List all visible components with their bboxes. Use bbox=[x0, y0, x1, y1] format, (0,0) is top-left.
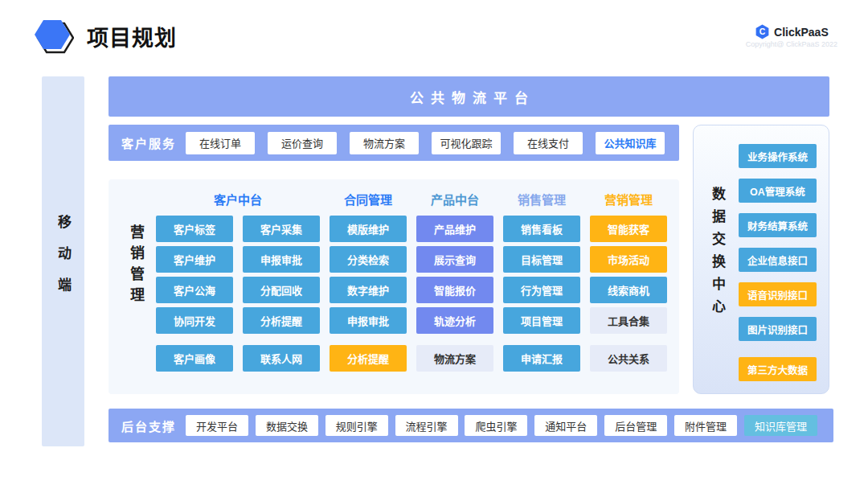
grid-module-button[interactable]: 行为管理 bbox=[503, 277, 580, 303]
grid-module-button[interactable]: 客户标签 bbox=[156, 216, 233, 242]
grid-module-button[interactable]: 工具合集 bbox=[590, 307, 667, 334]
support-button[interactable]: 爬虫引擎 bbox=[465, 415, 527, 436]
customer-service-label: 客户服务 bbox=[121, 134, 176, 151]
marketing-panel: 营销管理 客户中台合同管理产品中台销售管理营销管理 客户标签客户采集模版维护产品… bbox=[108, 179, 679, 394]
title-hexagon-icon bbox=[34, 18, 74, 55]
backend-support-buttons: 开发平台数据交换规则引擎流程引擎爬虫引擎通知平台后台管理附件管理知识库管理 bbox=[186, 415, 817, 436]
column-headers: 客户中台合同管理产品中台销售管理营销管理 bbox=[156, 187, 667, 210]
grid-module-button[interactable]: 客户采集 bbox=[243, 216, 320, 242]
column-header: 销售管理 bbox=[503, 191, 580, 208]
platform-banner: 公共物流平台 bbox=[108, 76, 829, 117]
grid-module-button[interactable]: 市场活动 bbox=[590, 246, 667, 273]
grid-module-button[interactable]: 产品维护 bbox=[416, 216, 493, 242]
column-header: 合同管理 bbox=[330, 191, 407, 208]
backend-support-bar: 后台支撑 开发平台数据交换规则引擎流程引擎爬虫引擎通知平台后台管理附件管理知识库… bbox=[108, 409, 833, 442]
grid-module-button[interactable]: 项目管理 bbox=[503, 307, 580, 334]
grid-module-button[interactable]: 分析提醒 bbox=[243, 307, 320, 334]
grid-module-button[interactable]: 展示查询 bbox=[416, 246, 493, 273]
grid-module-button[interactable]: 申报审批 bbox=[330, 307, 407, 334]
service-button[interactable]: 运价查询 bbox=[268, 132, 337, 154]
page-title: 项目规划 bbox=[87, 21, 177, 52]
grid-module-button[interactable]: 分配回收 bbox=[243, 277, 320, 303]
integration-button[interactable]: 第三方大数据 bbox=[739, 357, 817, 381]
grid-module-button[interactable]: 公共关系 bbox=[590, 345, 667, 372]
integration-button[interactable]: 图片识别接口 bbox=[739, 317, 817, 341]
grid-module-button[interactable]: 客户维护 bbox=[156, 246, 233, 273]
grid-module-button[interactable]: 申请汇报 bbox=[503, 345, 580, 372]
integration-button[interactable]: 财务结算系统 bbox=[739, 213, 817, 237]
grid-module-button[interactable]: 物流方案 bbox=[416, 345, 493, 372]
grid-module-button[interactable]: 销售看板 bbox=[503, 216, 580, 242]
support-button[interactable]: 附件管理 bbox=[674, 415, 737, 436]
support-button[interactable]: 数据交换 bbox=[256, 415, 318, 436]
grid-module-button[interactable]: 分析提醒 bbox=[330, 345, 407, 372]
brand-name: ClickPaaS bbox=[774, 26, 829, 39]
module-grid-zone: 客户中台合同管理产品中台销售管理营销管理 客户标签客户采集模版维护产品维护销售看… bbox=[156, 187, 667, 372]
support-button[interactable]: 后台管理 bbox=[604, 415, 667, 436]
service-button[interactable]: 公共知识库 bbox=[596, 132, 665, 154]
grid-module-button[interactable]: 数字维护 bbox=[330, 277, 407, 303]
brand-block: C ClickPaaS Copyright@ ClickPaaS 2022 bbox=[746, 24, 837, 48]
grid-module-button[interactable]: 线索商机 bbox=[590, 277, 667, 303]
column-header: 产品中台 bbox=[416, 191, 493, 208]
grid-module-button[interactable]: 申报审批 bbox=[243, 246, 320, 273]
mobile-side-bar-label: 移动端 bbox=[53, 215, 73, 309]
column-header: 营销管理 bbox=[590, 191, 667, 208]
support-button[interactable]: 通知平台 bbox=[534, 415, 597, 436]
support-button[interactable]: 规则引擎 bbox=[326, 415, 388, 436]
brand-logo-icon: C bbox=[755, 24, 770, 39]
integration-button[interactable]: OA管理系统 bbox=[739, 179, 817, 203]
mobile-side-bar: 移动端 bbox=[42, 76, 84, 446]
service-button[interactable]: 在线支付 bbox=[514, 132, 583, 154]
grid-module-button[interactable]: 模版维护 bbox=[330, 216, 407, 242]
grid-module-button[interactable]: 客户公海 bbox=[156, 277, 233, 303]
grid-module-button[interactable]: 分类检索 bbox=[330, 246, 407, 273]
grid-module-button[interactable]: 智能获客 bbox=[590, 216, 667, 242]
grid-module-button[interactable]: 智能报价 bbox=[416, 277, 493, 303]
grid-module-button[interactable]: 联系人网 bbox=[243, 345, 320, 372]
column-header: 客户中台 bbox=[156, 191, 320, 208]
marketing-panel-label: 营销管理 bbox=[125, 224, 146, 308]
grid-module-button[interactable]: 轨迹分析 bbox=[416, 307, 493, 334]
svg-text:C: C bbox=[760, 27, 766, 36]
support-button[interactable]: 开发平台 bbox=[186, 415, 248, 436]
grid-module-button[interactable]: 客户画像 bbox=[156, 345, 233, 372]
data-exchange-label: 数据交换中心 bbox=[707, 187, 727, 322]
service-button[interactable]: 物流方案 bbox=[350, 132, 419, 154]
grid-module-button[interactable]: 协同开发 bbox=[156, 307, 233, 334]
support-button[interactable]: 流程引擎 bbox=[395, 415, 458, 436]
customer-service-bar: 客户服务 在线订单运价查询物流方案可视化跟踪在线支付公共知识库 bbox=[108, 125, 679, 161]
brand-copyright: Copyright@ ClickPaaS 2022 bbox=[746, 40, 837, 48]
integration-button[interactable]: 业务操作系统 bbox=[739, 144, 817, 168]
integration-button[interactable]: 企业信息接口 bbox=[739, 248, 817, 272]
data-exchange-panel: 数据交换中心 业务操作系统OA管理系统财务结算系统企业信息接口语音识别接口图片识… bbox=[693, 125, 829, 394]
service-button[interactable]: 可视化跟踪 bbox=[432, 132, 501, 154]
data-exchange-buttons: 业务操作系统OA管理系统财务结算系统企业信息接口语音识别接口图片识别接口第三方大… bbox=[739, 144, 817, 381]
app-header: 项目规划 bbox=[34, 18, 177, 55]
backend-support-label: 后台支撑 bbox=[121, 417, 176, 434]
module-grid: 客户标签客户采集模版维护产品维护销售看板智能获客客户维护申报审批分类检索展示查询… bbox=[156, 216, 667, 372]
service-button[interactable]: 在线订单 bbox=[186, 132, 255, 154]
support-button[interactable]: 知识库管理 bbox=[744, 415, 817, 436]
integration-button[interactable]: 语音识别接口 bbox=[739, 282, 817, 306]
grid-module-button[interactable]: 目标管理 bbox=[503, 246, 580, 273]
customer-service-buttons: 在线订单运价查询物流方案可视化跟踪在线支付公共知识库 bbox=[186, 132, 665, 154]
